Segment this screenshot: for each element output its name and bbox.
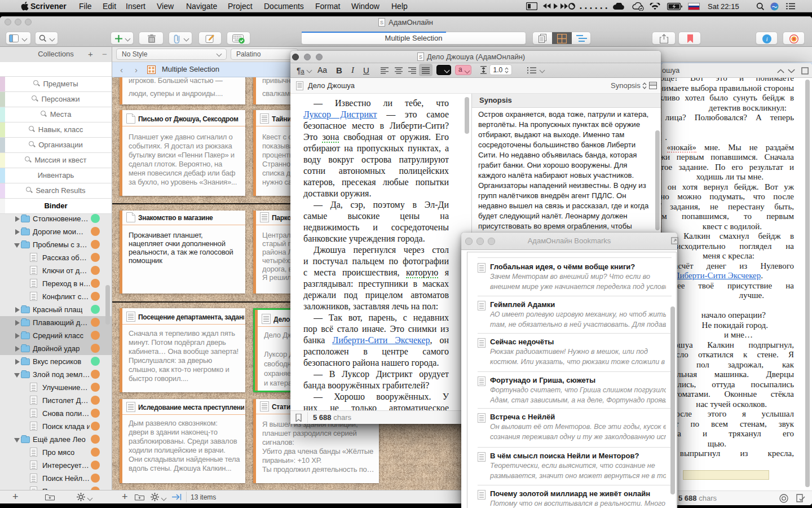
svg-text:i: i <box>766 36 767 42</box>
svg-text:S: S <box>380 20 383 25</box>
svg-text:S: S <box>419 54 422 60</box>
